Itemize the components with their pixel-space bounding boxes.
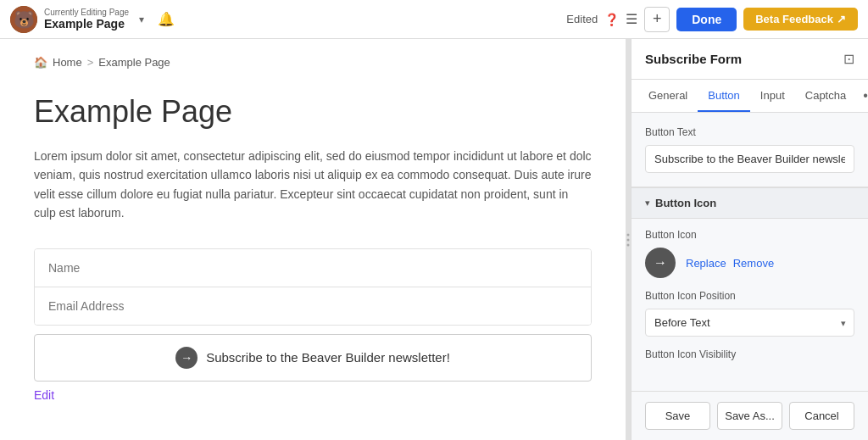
panel-collapse-button[interactable]: ⊡ — [843, 51, 854, 67]
subscribe-button-label: Subscribe to the Beaver Builder newslett… — [206, 350, 450, 365]
subscribe-form — [34, 248, 592, 326]
button-text-label: Button Text — [645, 126, 854, 138]
breadcrumb: 🏠 Home > Example Page — [34, 56, 592, 69]
avatar — [10, 6, 37, 33]
panel-header: Subscribe Form ⊡ — [632, 39, 868, 80]
main-area: 🏠 Home > Example Page Example Page Lorem… — [0, 39, 868, 440]
beta-feedback-button[interactable]: Beta Feedback ↗ — [743, 8, 858, 31]
cancel-button[interactable]: Cancel — [789, 402, 854, 430]
save-button[interactable]: Save — [645, 402, 710, 430]
tab-general[interactable]: General — [638, 81, 698, 112]
button-icon-preview: → — [645, 248, 676, 278]
notifications-button[interactable]: 🔔 — [154, 8, 178, 31]
external-link-icon: ↗ — [837, 13, 846, 25]
button-icon-label: Button Icon — [645, 229, 854, 241]
title-dropdown-button[interactable]: ▾ — [136, 10, 147, 29]
panel-tabs: General Button Input Captcha ••• — [632, 80, 868, 113]
icon-visibility-group: Button Icon Visibility — [645, 348, 854, 360]
icon-position-group: Button Icon Position Before Text After T… — [645, 290, 854, 337]
tab-input[interactable]: Input — [750, 81, 795, 112]
top-bar: Currently Editing Page Example Page ▾ 🔔 … — [0, 0, 868, 39]
panel-title: Subscribe Form — [645, 52, 742, 66]
help-button[interactable]: ❓ — [604, 13, 619, 26]
icon-position-label: Button Icon Position — [645, 290, 854, 302]
page-content: 🏠 Home > Example Page Example Page Lorem… — [0, 39, 626, 440]
edited-status: Edited — [566, 13, 598, 25]
resize-dot — [627, 238, 630, 241]
icon-replace-link[interactable]: Replace — [686, 257, 726, 270]
breadcrumb-current: Example Page — [98, 56, 170, 69]
button-icon-content: Button Icon → Replace Remove Button Icon… — [632, 219, 868, 377]
icon-visibility-label: Button Icon Visibility — [645, 348, 854, 360]
breadcrumb-separator: > — [87, 56, 94, 69]
button-text-section: Button Text — [632, 113, 868, 187]
editing-label: Currently Editing Page — [44, 8, 129, 17]
button-text-input[interactable] — [645, 145, 854, 173]
page-title: Example Page — [34, 94, 592, 130]
button-icon-collapsible[interactable]: ▾ Button Icon — [632, 187, 868, 219]
icon-preview-row: → Replace Remove — [645, 248, 854, 278]
panel-footer: Save Save As... Cancel — [632, 391, 868, 440]
email-input[interactable] — [35, 287, 591, 325]
tab-captcha[interactable]: Captcha — [795, 81, 856, 112]
save-as-button[interactable]: Save As... — [717, 402, 782, 430]
resize-handle[interactable] — [626, 39, 631, 440]
icon-remove-link[interactable]: Remove — [733, 257, 774, 270]
avatar-image — [10, 6, 37, 33]
icon-position-select[interactable]: Before Text After Text — [645, 309, 854, 337]
history-button[interactable]: ☰ — [626, 11, 637, 27]
icon-position-dropdown-wrapper: Before Text After Text ▾ — [645, 309, 854, 337]
resize-dot — [627, 233, 630, 236]
panel-body: Button Text ▾ Button Icon Button Icon → … — [632, 113, 868, 391]
subscribe-arrow-icon: → — [175, 347, 198, 369]
page-body-text: Lorem ipsum dolor sit amet, consectetur … — [34, 147, 592, 223]
name-input[interactable] — [35, 249, 591, 287]
resize-dot — [627, 243, 630, 246]
top-bar-left: Currently Editing Page Example Page ▾ 🔔 — [10, 6, 559, 33]
page-name: Example Page — [44, 17, 129, 31]
add-button[interactable]: + — [644, 7, 670, 32]
resize-dots — [627, 233, 630, 246]
edit-link[interactable]: Edit — [34, 388, 54, 402]
tab-button[interactable]: Button — [698, 81, 750, 112]
top-bar-right: Edited ❓ ☰ + Done Beta Feedback ↗ — [566, 7, 858, 32]
icon-action-links: Replace Remove — [686, 257, 774, 270]
home-icon: 🏠 — [34, 56, 47, 69]
settings-panel: Subscribe Form ⊡ General Button Input Ca… — [631, 39, 868, 440]
done-button[interactable]: Done — [676, 8, 737, 31]
subscribe-button[interactable]: → Subscribe to the Beaver Builder newsle… — [34, 334, 592, 382]
more-tabs-button[interactable]: ••• — [856, 80, 868, 112]
button-icon-section-title: Button Icon — [655, 197, 716, 209]
page-meta: Currently Editing Page Example Page — [44, 8, 129, 31]
breadcrumb-home[interactable]: Home — [53, 56, 82, 69]
collapsible-chevron-icon: ▾ — [645, 198, 650, 209]
